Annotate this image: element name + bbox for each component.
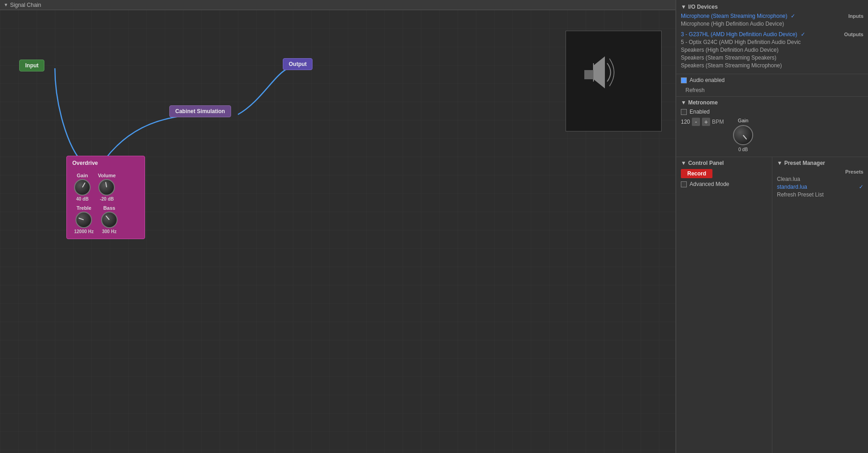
gain-knob[interactable]: [74, 179, 91, 196]
outputs-row: 3 - G237HL (AMD High Definition Audio De…: [681, 31, 863, 38]
signal-chain-triangle: ▼: [4, 2, 8, 7]
output-option-3-row: Speakers (Steam Streaming Speakers): [681, 55, 863, 61]
preset-standard[interactable]: standard.lua: [777, 184, 807, 190]
metronome-inner: 120 - + BPM Gain 0 dB: [681, 118, 863, 152]
svg-rect-2: [584, 70, 593, 79]
preview-svg: [566, 31, 661, 131]
refresh-row: Refresh: [676, 86, 868, 96]
gain-value: 40 dB: [76, 196, 88, 202]
preset-manager-title: Preset Manager: [784, 160, 825, 166]
preset-manager-header: ▼ Preset Manager: [777, 160, 863, 166]
output-option-1[interactable]: 5 - Optix G24C (AMD High Definition Audi…: [681, 39, 801, 45]
preset-manager-section: ▼ Preset Manager Presets Clean.lua stand…: [772, 157, 868, 453]
audio-enabled-checkbox[interactable]: [681, 77, 687, 83]
bass-indicator: [105, 215, 109, 220]
node-input-label: Input: [25, 62, 38, 69]
node-cabinet-label: Cabinet Simulation: [175, 108, 225, 115]
preset-standard-row: standard.lua ✓: [777, 184, 863, 190]
node-overdrive[interactable]: Overdrive Gain 40 dB Volume: [66, 156, 145, 239]
inputs-row: Microphone (Steam Streaming Microphone) …: [681, 13, 863, 19]
overdrive-header: Overdrive: [70, 159, 141, 167]
metronome-title: Metronome: [688, 99, 718, 106]
treble-value: 12000 Hz: [74, 229, 94, 234]
preset-selected-checkmark: ✓: [859, 184, 863, 190]
node-output-label: Output: [289, 61, 307, 67]
node-output[interactable]: Output: [283, 58, 313, 70]
preset-manager-triangle: ▼: [777, 160, 782, 166]
bass-knob[interactable]: [101, 212, 118, 228]
overdrive-knobs-row: Gain 40 dB Volume -20 dB: [70, 171, 141, 203]
treble-knob-group: Treble 12000 Hz: [74, 205, 94, 234]
output-checkmark: ✓: [801, 31, 805, 38]
bpm-minus-button[interactable]: -: [692, 118, 700, 126]
metronome-header: ▼ Metronome: [681, 99, 863, 106]
io-devices-triangle: ▼: [681, 4, 686, 10]
metronome-gain-label: Gain: [738, 118, 748, 123]
control-panel-section: ▼ Control Panel Record Advanced Mode: [676, 157, 772, 453]
record-button[interactable]: Record: [681, 169, 712, 178]
output-option-1-row: 5 - Optix G24C (AMD High Definition Audi…: [681, 39, 863, 45]
output-option-4-row: Speakers (Steam Streaming Microphone): [681, 62, 863, 69]
control-panel-title: Control Panel: [688, 160, 724, 166]
input-unselected-row: Microphone (High Definition Audio Device…: [681, 21, 863, 27]
preset-clean[interactable]: Clean.lua: [777, 176, 800, 182]
advanced-mode-checkbox[interactable]: [681, 181, 687, 187]
metronome-enabled-row: Enabled: [681, 109, 863, 115]
audio-enabled-row: Audio enabled: [676, 74, 868, 86]
treble-indicator: [79, 218, 84, 220]
refresh-button[interactable]: Refresh: [681, 86, 709, 94]
preset-clean-row: Clean.lua: [777, 176, 863, 182]
gain-label: Gain: [77, 173, 88, 178]
presets-label: Presets: [845, 169, 863, 175]
metronome-bpm-area: 120 - + BPM: [681, 118, 724, 130]
bpm-plus-button[interactable]: +: [702, 118, 710, 126]
gain-knob-group: Gain 40 dB: [74, 173, 91, 202]
volume-label: Volume: [98, 173, 116, 178]
node-input[interactable]: Input: [19, 60, 44, 71]
volume-knob[interactable]: [98, 179, 115, 196]
metronome-gain-knob[interactable]: [733, 125, 753, 145]
input-selected[interactable]: Microphone (Steam Streaming Microphone) …: [681, 13, 795, 19]
svg-marker-1: [593, 56, 605, 88]
io-devices-header: ▼ I/O Devices: [681, 4, 863, 10]
bass-label: Bass: [103, 205, 115, 211]
input-selected-text: Microphone (Steam Streaming Microphone): [681, 13, 787, 19]
signal-chain-canvas[interactable]: Input Output Cabinet Simulation Overdriv…: [0, 10, 675, 453]
signal-chain-title: Signal Chain: [10, 2, 41, 8]
output-option-2-row: Speakers (High Definition Audio Device): [681, 47, 863, 53]
input-unselected[interactable]: Microphone (High Definition Audio Device…: [681, 21, 784, 27]
volume-value: -20 dB: [100, 196, 114, 202]
bpm-value: 120: [681, 119, 690, 125]
bass-value: 300 Hz: [102, 229, 117, 234]
gain-indicator: [82, 182, 86, 187]
overdrive-label: Overdrive: [72, 160, 98, 166]
metronome-gain-indicator: [743, 135, 747, 139]
advanced-mode-label: Advanced Mode: [690, 181, 729, 187]
output-selected-text: 3 - G237HL (AMD High Definition Audio De…: [681, 31, 797, 38]
refresh-preset-button[interactable]: Refresh Preset List: [777, 191, 824, 198]
treble-knob[interactable]: [75, 212, 92, 228]
right-panel: ▼ I/O Devices Microphone (Steam Streamin…: [676, 0, 868, 453]
outputs-label: Outputs: [844, 32, 863, 37]
refresh-preset-row: Refresh Preset List: [777, 191, 863, 198]
preset-header-row: Presets: [777, 169, 863, 175]
node-cabinet[interactable]: Cabinet Simulation: [169, 105, 231, 117]
bpm-label: BPM: [712, 119, 724, 125]
metronome-gain-section: Gain 0 dB: [733, 118, 753, 152]
overdrive-knobs-row-2: Treble 12000 Hz Bass 300 Hz: [70, 203, 141, 236]
volume-knob-group: Volume -20 dB: [98, 173, 116, 202]
metronome-enabled-label: Enabled: [690, 109, 710, 115]
metronome-enabled-checkbox[interactable]: [681, 109, 687, 115]
output-option-3[interactable]: Speakers (Steam Streaming Speakers): [681, 55, 776, 61]
input-checkmark: ✓: [791, 13, 795, 19]
treble-label: Treble: [76, 205, 91, 211]
advanced-mode-row: Advanced Mode: [681, 181, 767, 187]
signal-chain-panel: ▼ Signal Chain Input Output: [0, 0, 676, 453]
output-option-4[interactable]: Speakers (Steam Streaming Microphone): [681, 62, 782, 69]
bpm-row: 120 - + BPM: [681, 118, 724, 126]
inputs-label: Inputs: [848, 13, 863, 19]
output-option-2[interactable]: Speakers (High Definition Audio Device): [681, 47, 778, 53]
output-selected[interactable]: 3 - G237HL (AMD High Definition Audio De…: [681, 31, 805, 38]
metronome-triangle: ▼: [681, 99, 686, 106]
volume-indicator: [105, 182, 107, 187]
